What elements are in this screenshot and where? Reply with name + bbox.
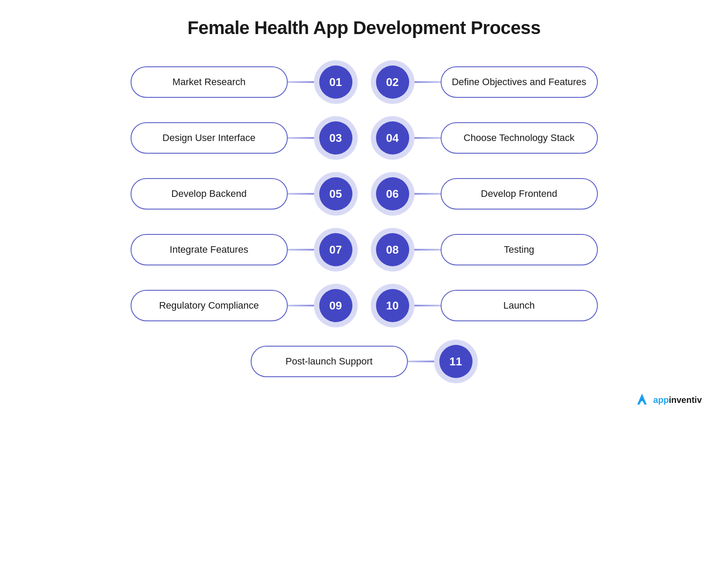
circle-outer-04: 04 xyxy=(371,116,414,160)
circle-inner-02: 02 xyxy=(376,65,409,99)
pill-10: Launch xyxy=(441,290,598,321)
circle-inner-08: 08 xyxy=(376,233,409,266)
step-right-2: 02 Define Objectives and Features xyxy=(371,60,598,104)
step-left-3: Design User Interface 03 xyxy=(131,116,358,160)
connector-03 xyxy=(288,137,314,139)
pill-11: Post-launch Support xyxy=(251,346,408,377)
circle-inner-01: 01 xyxy=(319,65,352,99)
circle-outer-07: 07 xyxy=(314,228,358,272)
brand-logo-icon xyxy=(634,392,650,408)
brand: appinventiv xyxy=(634,392,702,408)
circle-inner-04: 04 xyxy=(376,121,409,155)
circle-outer-08: 08 xyxy=(371,228,414,272)
connector-07 xyxy=(288,249,314,251)
circle-outer-02: 02 xyxy=(371,60,414,104)
page-title: Female Health App Development Process xyxy=(187,17,541,38)
step-right-8: 08 Testing xyxy=(371,228,598,272)
step-right-4: 04 Choose Technology Stack xyxy=(371,116,598,160)
pill-02: Define Objectives and Features xyxy=(441,66,598,98)
pill-04: Choose Technology Stack xyxy=(441,122,598,154)
row-5: Regulatory Compliance 09 10 Launch xyxy=(102,284,626,327)
pill-01: Market Research xyxy=(131,66,288,98)
pill-05: Develop Backend xyxy=(131,178,288,210)
row-2: Design User Interface 03 04 Choose Techn… xyxy=(102,116,626,160)
pill-07: Integrate Features xyxy=(131,234,288,265)
row-4: Integrate Features 07 08 Testing xyxy=(102,228,626,272)
connector-11 xyxy=(408,361,434,362)
brand-name-part2: inventiv xyxy=(669,395,702,405)
pill-06: Develop Frontend xyxy=(441,178,598,210)
diagram: Market Research 01 02 Define Objectives … xyxy=(102,60,626,383)
connector-09 xyxy=(288,305,314,306)
step-left-11: Post-launch Support 11 xyxy=(251,340,478,383)
brand-name-part1: app xyxy=(653,395,669,405)
row-6: Post-launch Support 11 xyxy=(102,340,626,383)
connector-08 xyxy=(414,249,441,251)
circle-inner-07: 07 xyxy=(319,233,352,266)
step-left-9: Regulatory Compliance 09 xyxy=(131,284,358,327)
connector-05 xyxy=(288,193,314,195)
circle-inner-11: 11 xyxy=(439,345,473,378)
step-right-6: 06 Develop Frontend xyxy=(371,172,598,216)
circle-outer-05: 05 xyxy=(314,172,358,216)
circle-outer-09: 09 xyxy=(314,284,358,327)
step-right-10: 10 Launch xyxy=(371,284,598,327)
step-left-1: Market Research 01 xyxy=(131,60,358,104)
circle-inner-10: 10 xyxy=(376,289,409,322)
pill-08: Testing xyxy=(441,234,598,265)
circle-outer-01: 01 xyxy=(314,60,358,104)
step-left-5: Develop Backend 05 xyxy=(131,172,358,216)
circle-outer-06: 06 xyxy=(371,172,414,216)
circle-outer-10: 10 xyxy=(371,284,414,327)
connector-02 xyxy=(414,81,441,83)
connector-01 xyxy=(288,81,314,83)
row-1: Market Research 01 02 Define Objectives … xyxy=(102,60,626,104)
circle-inner-06: 06 xyxy=(376,177,409,210)
circle-outer-03: 03 xyxy=(314,116,358,160)
connector-04 xyxy=(414,137,441,139)
connector-10 xyxy=(414,305,441,306)
row-3: Develop Backend 05 06 Develop Frontend xyxy=(102,172,626,216)
connector-06 xyxy=(414,193,441,195)
circle-inner-03: 03 xyxy=(319,121,352,155)
pill-03: Design User Interface xyxy=(131,122,288,154)
step-left-7: Integrate Features 07 xyxy=(131,228,358,272)
pill-09: Regulatory Compliance xyxy=(131,290,288,321)
brand-name: appinventiv xyxy=(653,395,702,405)
circle-outer-11: 11 xyxy=(434,340,478,383)
circle-inner-05: 05 xyxy=(319,177,352,210)
circle-inner-09: 09 xyxy=(319,289,352,322)
